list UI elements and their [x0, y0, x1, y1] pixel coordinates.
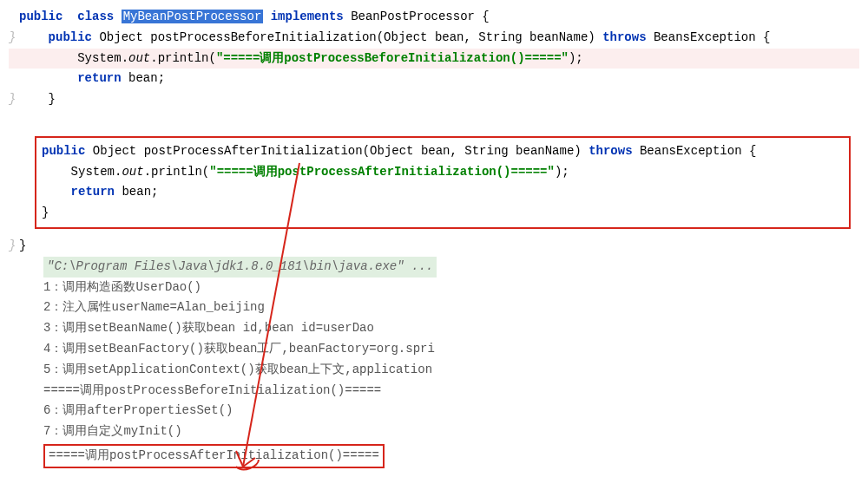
method1-close: } }: [9, 89, 859, 110]
keyword-throws: throws: [602, 30, 646, 44]
code-viewer: public class MyBeanPostProcessor impleme…: [9, 7, 859, 470]
method1-return: return bean;: [9, 69, 859, 89]
output-line: =====调用postProcessBeforeInitialization()…: [43, 381, 859, 402]
method2-close: }: [42, 203, 844, 224]
return-val: bean;: [122, 71, 165, 85]
return-val: bean;: [115, 185, 158, 199]
print-mid: .println(: [150, 51, 216, 65]
class-close: }}: [9, 236, 859, 257]
output-line: 2：注入属性userName=Alan_beijing: [43, 297, 859, 318]
class-name-highlight[interactable]: MyBeanPostProcessor: [122, 10, 264, 23]
method1-print-line: System.out.println("=====调用postProcessBe…: [9, 49, 859, 69]
code-line-class-decl: public class MyBeanPostProcessor impleme…: [9, 7, 859, 28]
print-post: );: [555, 165, 569, 179]
method2-sig-rest: Object postProcessAfterInitialization(Ob…: [85, 144, 589, 158]
keyword-return: return: [77, 71, 121, 85]
output-line: 1：调用构造函数UserDao(): [43, 278, 859, 298]
interface-name: BeanPostProcessor {: [351, 10, 490, 23]
output-line: 7：调用自定义myInit(): [43, 421, 859, 442]
keyword-class: class: [77, 10, 114, 23]
output-line: 6：调用afterPropertiesSet(): [43, 401, 859, 421]
output-line: 4：调用setBeanFactory()获取bean工厂,beanFactory…: [43, 339, 859, 360]
print-out: out: [122, 165, 143, 179]
print-pre: System.: [71, 165, 122, 179]
method2-signature: public Object postProcessAfterInitializa…: [42, 141, 844, 162]
keyword-public: public: [49, 30, 92, 44]
output-line: 3：调用setBeanName()获取bean id,bean id=userD…: [43, 318, 859, 339]
output-highlight-box: =====调用postProcessAfterInitialization()=…: [43, 444, 385, 468]
blank-line: [9, 110, 859, 131]
keyword-public: public: [42, 144, 85, 158]
method2-return: return bean;: [42, 182, 844, 203]
print-out: out: [128, 51, 150, 65]
method1-signature: } public Object postProcessBeforeInitial…: [9, 28, 859, 49]
method2-exc: BeansException {: [633, 144, 757, 158]
method1-sig-rest: Object postProcessBeforeInitialization(O…: [92, 30, 602, 44]
keyword-public: public: [19, 10, 62, 23]
print-post: );: [569, 51, 583, 65]
keyword-implements: implements: [271, 10, 344, 23]
print-string: "=====调用postProcessBeforeInitialization(…: [216, 51, 569, 65]
method1-exc: BeansException {: [647, 30, 771, 44]
print-string: "=====调用postProcessAfterInitialization()…: [209, 165, 555, 179]
method2-print-line: System.out.println("=====调用postProcessAf…: [42, 162, 844, 183]
print-pre: System.: [77, 51, 128, 65]
output-line: 5：调用setApplicationContext()获取bean上下文,app…: [43, 360, 859, 381]
print-mid: .println(: [144, 165, 210, 179]
output-header: "C:\Program Files\Java\jdk1.8.0_181\bin\…: [43, 257, 437, 278]
console-output: "C:\Program Files\Java\jdk1.8.0_181\bin\…: [43, 257, 859, 470]
keyword-throws: throws: [589, 144, 632, 158]
method2-highlight-box: public Object postProcessAfterInitializa…: [35, 136, 851, 229]
keyword-return: return: [71, 185, 115, 199]
